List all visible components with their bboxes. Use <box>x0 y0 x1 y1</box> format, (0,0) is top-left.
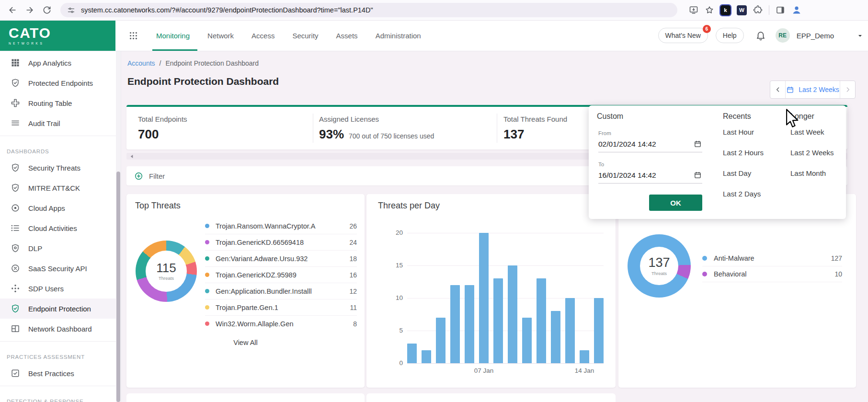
whats-new-button[interactable]: What's New 6 <box>658 28 708 43</box>
sidebar-item-security-threats[interactable]: Security Threats <box>0 158 121 178</box>
nav-item-assets[interactable]: Assets <box>335 20 359 51</box>
logo-name: CATO <box>9 26 115 40</box>
sidebar-item-protected-endpoints[interactable]: Protected Endpoints <box>0 73 121 93</box>
sidebar-item-best-practices[interactable]: Best Practices <box>0 363 121 383</box>
preset-last-2-hours[interactable]: Last 2 Hours <box>723 149 764 158</box>
page-title: Endpoint Protection Dashboard <box>127 76 279 87</box>
breadcrumb-accounts-link[interactable]: Accounts <box>127 59 155 67</box>
extension-w-icon[interactable]: W <box>737 5 747 15</box>
notifications-bell-icon[interactable] <box>755 30 766 41</box>
threat-types-donut-center: 137 Threats <box>640 247 678 285</box>
date-range-next-button[interactable] <box>840 81 855 98</box>
nav-item-security[interactable]: Security <box>291 20 319 51</box>
address-bar[interactable]: system.cc.catonetworks.com/?#/account/92… <box>60 3 677 17</box>
sidebar-item-endpoint-protection[interactable]: Endpoint Protection <box>0 299 121 319</box>
threat-name: Trojan.Ransom.WannaCryptor.A <box>216 222 345 230</box>
side-panel-icon[interactable] <box>776 5 785 15</box>
to-input[interactable]: 16/01/2024 14:42 <box>598 171 656 180</box>
extensions-puzzle-icon[interactable] <box>753 5 763 15</box>
extension-k-icon[interactable]: k <box>720 5 731 15</box>
stat-divider <box>497 114 497 143</box>
sidebar-section-detection-response: DETECTION & RESPONSE <box>0 386 121 402</box>
top-threats-donut-center: 115 Threats <box>146 251 187 292</box>
nav-item-network[interactable]: Network <box>206 20 235 51</box>
breadcrumb-current: Endpoint Protection Dashboard <box>165 59 259 67</box>
bar-day-9 <box>522 318 532 363</box>
to-calendar-icon[interactable] <box>694 171 702 179</box>
y-tick-label: 5 <box>380 327 403 334</box>
from-calendar-icon[interactable] <box>694 140 702 148</box>
threat-row[interactable]: Gen:Variant.Adware.Ursu.93218 <box>205 251 357 267</box>
threat-row[interactable]: Trojan.Ransom.WannaCryptor.A26 <box>205 218 357 234</box>
y-tick-label: 10 <box>380 294 403 301</box>
sidebar-scrollbar-track[interactable] <box>116 51 121 402</box>
date-range-button[interactable]: Last 2 Weeks <box>786 81 840 98</box>
ok-button[interactable]: OK <box>649 195 702 211</box>
bookmark-star-icon[interactable] <box>705 5 714 15</box>
sidebar-item-network-dashboard[interactable]: Network Dashboard <box>0 319 121 339</box>
browser-profile-icon[interactable] <box>791 4 802 16</box>
back-icon[interactable] <box>8 5 17 15</box>
account-name[interactable]: EPP_Demo <box>797 32 834 40</box>
checkbox-icon <box>11 368 20 378</box>
threats-per-day-card: Threats per Day 05101520 07 Jan14 Jan <box>366 194 616 388</box>
preset-last-week[interactable]: Last Week <box>790 128 824 138</box>
legend-row-anti-malware[interactable]: Anti-Malware127 <box>702 251 842 266</box>
preset-last-2-weeks[interactable]: Last 2 Weeks <box>790 149 834 158</box>
preset-last-month[interactable]: Last Month <box>790 169 826 179</box>
help-button[interactable]: Help <box>716 28 744 43</box>
sidebar-scrollbar-thumb[interactable] <box>116 172 120 402</box>
nav-item-access[interactable]: Access <box>251 20 275 51</box>
bar-day-3 <box>436 318 445 363</box>
nav-item-monitoring[interactable]: Monitoring <box>155 20 191 51</box>
forward-icon[interactable] <box>25 5 34 15</box>
account-caret-down-icon[interactable] <box>856 32 864 40</box>
nav-item-administration[interactable]: Administration <box>375 20 422 51</box>
user-avatar[interactable]: RE <box>776 28 790 43</box>
site-settings-icon[interactable] <box>67 6 75 14</box>
view-all-link[interactable]: View All <box>126 339 365 346</box>
threat-row[interactable]: Trojan.GenericKDZ.9598916 <box>205 267 357 283</box>
legend-row-behavioral[interactable]: Behavioral10 <box>702 266 842 282</box>
sidebar-item-label: MITRE ATT&CK <box>28 184 80 192</box>
sidebar-item-sdp-users[interactable]: SDP Users <box>0 278 121 299</box>
threat-count: 24 <box>349 239 357 246</box>
sidebar-item-dlp[interactable]: DLP <box>0 238 121 258</box>
sidebar-item-cloud-activities[interactable]: Cloud Activities <box>0 218 121 238</box>
bar-day-5 <box>465 285 474 363</box>
routing-icon <box>11 98 20 108</box>
bar-day-12 <box>565 298 575 363</box>
browser-toolbar: system.cc.catonetworks.com/?#/account/92… <box>0 0 868 21</box>
dots-icon <box>11 284 20 293</box>
preset-last-hour[interactable]: Last Hour <box>723 128 754 138</box>
sidebar-item-saas-security-api[interactable]: SaaS Security API <box>0 258 121 278</box>
url-text[interactable]: system.cc.catonetworks.com/?#/account/92… <box>81 6 373 14</box>
threat-row[interactable]: Win32.Worm.Allaple.Gen8 <box>205 316 357 332</box>
sidebar-item-cloud-apps[interactable]: Cloud Apps <box>0 198 121 218</box>
threat-row[interactable]: Trojan.GenericKD.6656941824 <box>205 234 357 251</box>
scroll-left-icon[interactable] <box>130 154 134 159</box>
sidebar-item-routing-table[interactable]: Routing Table <box>0 93 121 113</box>
threat-count: 12 <box>349 287 357 295</box>
stat-label: Total Threats Found <box>503 115 567 123</box>
date-range-prev-button[interactable] <box>770 81 786 98</box>
install-icon[interactable] <box>689 5 698 15</box>
threats-per-day-plot <box>407 233 604 364</box>
filter-label: Filter <box>149 172 165 180</box>
add-filter-icon[interactable] <box>134 172 143 181</box>
reload-icon[interactable] <box>42 5 52 15</box>
sidebar-item-mitre-att-ck[interactable]: MITRE ATT&CK <box>0 178 121 198</box>
threat-types-total: 137 <box>648 256 670 269</box>
bar-day-2 <box>422 350 431 363</box>
preset-last-2-days[interactable]: Last 2 Days <box>723 190 761 199</box>
threat-row[interactable]: Gen:Application.Bundler.Installl12 <box>205 283 357 299</box>
sidebar-item-app-analytics[interactable]: App Analytics <box>0 53 121 73</box>
from-input[interactable]: 02/01/2024 14:42 <box>598 140 656 149</box>
threat-row[interactable]: Trojan.Pparte.Gen.111 <box>205 299 357 316</box>
sidebar-item-audit-trail[interactable]: Audit Trail <box>0 113 121 133</box>
sidebar-item-label: Routing Table <box>28 99 72 107</box>
apps-grid-icon[interactable] <box>129 31 138 40</box>
cato-logo[interactable]: CATO NETWORKS <box>0 20 115 51</box>
preset-last-day[interactable]: Last Day <box>723 169 751 179</box>
circle-x-icon <box>11 264 20 273</box>
